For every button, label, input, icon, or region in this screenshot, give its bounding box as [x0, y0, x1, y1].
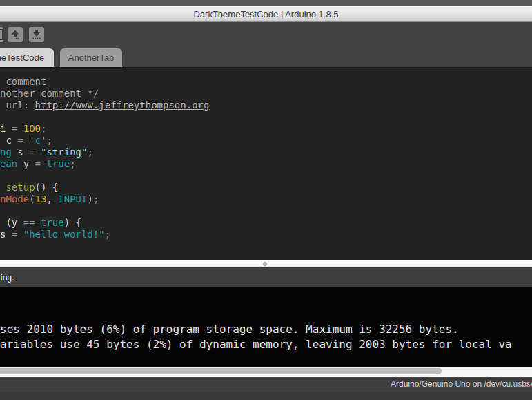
down-arrow-icon: [31, 29, 42, 40]
splitter-grip-icon: [263, 262, 267, 266]
code-lines: commentnother comment */ url: http://www…: [0, 76, 209, 240]
tab-anothertab[interactable]: AnotherTab: [60, 48, 122, 67]
new-sketch-button[interactable]: [0, 27, 3, 42]
open-sketch-button[interactable]: [8, 27, 23, 42]
tab-label: meTestCode: [0, 53, 44, 63]
code-editor[interactable]: commentnother comment */ url: http://www…: [0, 67, 532, 260]
console-lines: ses 2010 bytes (6%) of program storage s…: [0, 322, 512, 352]
status-message-bar: ing.: [0, 267, 532, 287]
window-title: DarkThemeTestCode | Arduino 1.8.5: [193, 9, 338, 19]
window-bottom-edge: [0, 392, 532, 400]
status-message: ing.: [1, 273, 14, 283]
console-output: ses 2010 bytes (6%) of program storage s…: [0, 287, 532, 367]
desktop-strip: [0, 0, 532, 6]
save-sketch-button[interactable]: [29, 27, 44, 42]
toolbar: [0, 22, 532, 47]
board-status-bar: Arduino/Genuino Uno on /dev/cu.usbserial: [0, 377, 532, 392]
scrollbar-thumb[interactable]: [0, 368, 442, 374]
console-horizontal-scrollbar[interactable]: [0, 367, 532, 377]
window-titlebar[interactable]: DarkThemeTestCode | Arduino 1.8.5: [0, 6, 532, 22]
new-document-icon: [0, 29, 3, 40]
arduino-ide-window: DarkThemeTestCode | Arduino 1.8.5 meTest…: [0, 0, 532, 400]
board-port-label: Arduino/Genuino Uno on /dev/cu.usbserial: [391, 377, 532, 392]
up-arrow-icon: [10, 29, 21, 40]
tab-darkthemetestcode[interactable]: meTestCode: [0, 48, 54, 67]
editor-console-splitter[interactable]: [0, 260, 532, 267]
tab-label: AnotherTab: [60, 53, 122, 63]
tab-bar: meTestCode AnotherTab: [0, 47, 532, 67]
